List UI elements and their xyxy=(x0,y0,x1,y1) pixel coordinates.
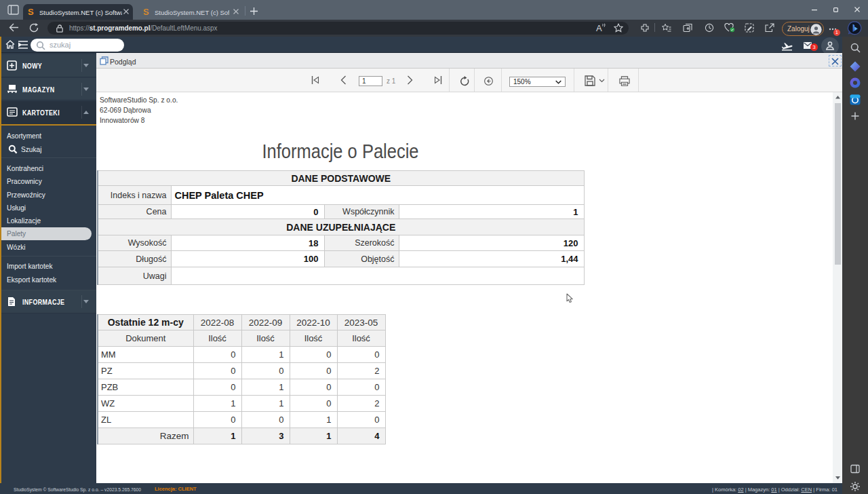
svg-text:A: A xyxy=(596,23,602,33)
